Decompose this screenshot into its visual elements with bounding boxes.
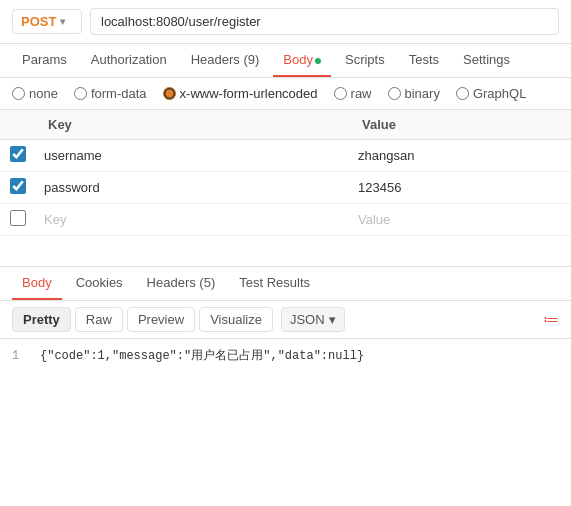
format-visualize-btn[interactable]: Visualize [199,307,273,332]
url-input[interactable] [90,8,559,35]
table-row-empty: Key Value [0,204,571,236]
col-key-header: Key [36,110,350,140]
form-table: Key Value username zhangsan password 123… [0,110,571,236]
resp-tab-test-results[interactable]: Test Results [229,267,320,300]
option-raw[interactable]: raw [334,86,372,101]
row2-checkbox[interactable] [10,178,26,194]
option-graphql[interactable]: GraphQL [456,86,526,101]
row1-key[interactable]: username [36,140,350,172]
tab-headers[interactable]: Headers (9) [181,44,270,77]
col-value-header: Value [350,110,571,140]
row3-checkbox[interactable] [10,210,26,226]
request-tabs: Params Authorization Headers (9) Body Sc… [0,44,571,78]
method-label: POST [21,14,56,29]
format-preview-btn[interactable]: Preview [127,307,195,332]
option-urlencoded[interactable]: x-www-form-urlencoded [163,86,318,101]
table-row: username zhangsan [0,140,571,172]
body-dot-indicator [315,58,321,64]
resp-tab-cookies[interactable]: Cookies [66,267,133,300]
spacer [0,236,571,266]
response-body: 1{"code":1,"message":"用户名已占用","data":nul… [0,339,571,372]
row1-check-cell [0,140,36,172]
tab-body[interactable]: Body [273,44,331,77]
option-binary[interactable]: binary [388,86,440,101]
resp-tab-body[interactable]: Body [12,267,62,300]
tab-authorization[interactable]: Authorization [81,44,177,77]
format-row: Pretty Raw Preview Visualize JSON ▾ ≔ [0,301,571,339]
row2-value[interactable]: 123456 [350,172,571,204]
row1-value[interactable]: zhangsan [350,140,571,172]
format-raw-btn[interactable]: Raw [75,307,123,332]
resp-tab-headers[interactable]: Headers (5) [137,267,226,300]
json-format-select[interactable]: JSON ▾ [281,307,345,332]
method-chevron-icon: ▾ [60,16,65,27]
response-content: {"code":1,"message":"用户名已占用","data":null… [40,349,364,363]
filter-icon[interactable]: ≔ [543,310,559,329]
tab-params[interactable]: Params [12,44,77,77]
body-options-row: none form-data x-www-form-urlencoded raw… [0,78,571,110]
method-select[interactable]: POST ▾ [12,9,82,34]
url-bar: POST ▾ [0,0,571,44]
table-row: password 123456 [0,172,571,204]
line-number: 1 [12,349,32,363]
response-section: Body Cookies Headers (5) Test Results Pr… [0,266,571,372]
row2-check-cell [0,172,36,204]
json-format-chevron-icon: ▾ [329,312,336,327]
json-format-label: JSON [290,312,325,327]
tab-tests[interactable]: Tests [399,44,449,77]
col-check [0,110,36,140]
format-pretty-btn[interactable]: Pretty [12,307,71,332]
response-tabs: Body Cookies Headers (5) Test Results [0,267,571,301]
row2-key[interactable]: password [36,172,350,204]
row3-key-placeholder[interactable]: Key [36,204,350,236]
option-form-data[interactable]: form-data [74,86,147,101]
tab-settings[interactable]: Settings [453,44,520,77]
row3-check-cell [0,204,36,236]
option-none[interactable]: none [12,86,58,101]
row3-value-placeholder[interactable]: Value [350,204,571,236]
row1-checkbox[interactable] [10,146,26,162]
tab-scripts[interactable]: Scripts [335,44,395,77]
